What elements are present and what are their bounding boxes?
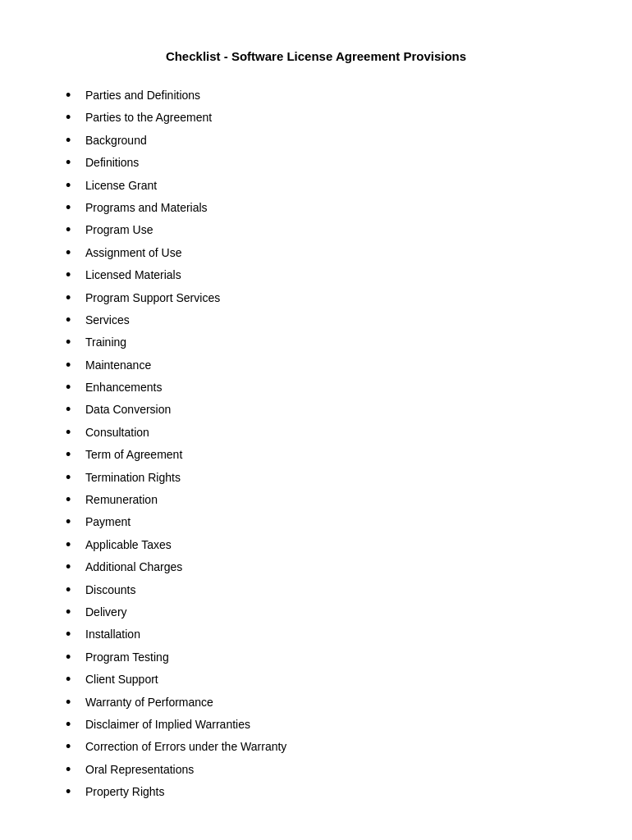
list-item: •Applicable Taxes bbox=[66, 536, 566, 555]
item-text: Applicable Taxes bbox=[85, 536, 566, 554]
bullet-icon: • bbox=[66, 445, 80, 464]
item-text: Additional Charges bbox=[85, 558, 566, 576]
bullet-icon: • bbox=[66, 199, 80, 217]
item-text: Property Rights bbox=[85, 783, 566, 801]
list-item: •Delivery bbox=[66, 603, 566, 622]
item-text: Program Use bbox=[85, 221, 566, 239]
item-text: Correction of Errors under the Warranty bbox=[85, 737, 566, 756]
bullet-icon: • bbox=[66, 108, 80, 127]
list-item: •Property Rights bbox=[66, 783, 566, 801]
item-text: Warranty of Performance bbox=[85, 693, 566, 711]
list-item: •Background bbox=[66, 131, 566, 150]
item-text: Services bbox=[85, 311, 566, 329]
item-text: Background bbox=[85, 131, 566, 149]
bullet-icon: • bbox=[66, 513, 80, 532]
bullet-icon: • bbox=[66, 783, 80, 801]
bullet-icon: • bbox=[66, 131, 80, 150]
item-text: Parties and Definitions bbox=[85, 86, 566, 104]
bullet-icon: • bbox=[66, 648, 80, 667]
bullet-icon: • bbox=[66, 581, 80, 600]
item-text: Training bbox=[85, 333, 566, 351]
bullet-icon: • bbox=[66, 603, 80, 622]
item-text: Payment bbox=[85, 513, 566, 531]
item-text: Discounts bbox=[85, 581, 566, 599]
list-item: •Oral Representations bbox=[66, 760, 566, 779]
bullet-icon: • bbox=[66, 491, 80, 509]
item-text: Enhancements bbox=[85, 378, 566, 396]
item-text: Remuneration bbox=[85, 491, 566, 509]
bullet-icon: • bbox=[66, 693, 80, 712]
list-item: •Program Testing bbox=[66, 648, 566, 667]
bullet-icon: • bbox=[66, 289, 80, 308]
bullet-icon: • bbox=[66, 536, 80, 555]
bullet-icon: • bbox=[66, 715, 80, 734]
bullet-icon: • bbox=[66, 670, 80, 689]
list-item: •Programs and Materials bbox=[66, 199, 566, 217]
bullet-icon: • bbox=[66, 737, 80, 756]
list-item: •Parties and Definitions bbox=[66, 86, 566, 105]
item-text: Parties to the Agreement bbox=[85, 108, 566, 126]
bullet-icon: • bbox=[66, 86, 80, 105]
item-text: Consultation bbox=[85, 423, 566, 441]
list-item: •Payment bbox=[66, 513, 566, 532]
list-item: •Consultation bbox=[66, 423, 566, 442]
bullet-icon: • bbox=[66, 311, 80, 330]
list-item: •Parties to the Agreement bbox=[66, 108, 566, 127]
list-item: •Remuneration bbox=[66, 491, 566, 509]
list-item: •Definitions bbox=[66, 153, 566, 172]
list-item: •Discounts bbox=[66, 581, 566, 600]
bullet-icon: • bbox=[66, 153, 80, 172]
list-item: •Client Support bbox=[66, 670, 566, 689]
list-item: •Disclaimer of Implied Warranties bbox=[66, 715, 566, 734]
bullet-icon: • bbox=[66, 423, 80, 442]
page-container: Checklist - Software License Agreement P… bbox=[0, 0, 632, 840]
list-item: •Installation bbox=[66, 625, 566, 644]
item-text: Program Testing bbox=[85, 648, 566, 666]
list-item: •Warranty of Performance bbox=[66, 693, 566, 712]
checklist: •Parties and Definitions•Parties to the … bbox=[66, 86, 566, 802]
list-item: •Assignment of Use bbox=[66, 244, 566, 262]
list-item: •Program Support Services bbox=[66, 289, 566, 308]
list-item: •License Grant bbox=[66, 176, 566, 195]
bullet-icon: • bbox=[66, 333, 80, 352]
item-text: Client Support bbox=[85, 670, 566, 688]
bullet-icon: • bbox=[66, 558, 80, 577]
list-item: •Termination Rights bbox=[66, 468, 566, 487]
item-text: Term of Agreement bbox=[85, 445, 566, 463]
list-item: •Services bbox=[66, 311, 566, 330]
bullet-icon: • bbox=[66, 266, 80, 285]
item-text: Termination Rights bbox=[85, 468, 566, 486]
list-item: •Correction of Errors under the Warranty bbox=[66, 737, 566, 756]
item-text: Licensed Materials bbox=[85, 266, 566, 284]
list-item: •Additional Charges bbox=[66, 558, 566, 577]
list-item: •Term of Agreement bbox=[66, 445, 566, 464]
list-item: •Program Use bbox=[66, 221, 566, 240]
item-text: Program Support Services bbox=[85, 289, 566, 307]
list-item: •Licensed Materials bbox=[66, 266, 566, 285]
item-text: Installation bbox=[85, 625, 566, 643]
page-title: Checklist - Software License Agreement P… bbox=[66, 49, 566, 63]
bullet-icon: • bbox=[66, 400, 80, 419]
item-text: Delivery bbox=[85, 603, 566, 621]
list-item: •Maintenance bbox=[66, 356, 566, 375]
item-text: Assignment of Use bbox=[85, 244, 566, 262]
bullet-icon: • bbox=[66, 625, 80, 644]
list-item: •Training bbox=[66, 333, 566, 352]
list-item: •Enhancements bbox=[66, 378, 566, 397]
list-item: •Data Conversion bbox=[66, 400, 566, 419]
item-text: License Grant bbox=[85, 176, 566, 194]
item-text: Definitions bbox=[85, 153, 566, 171]
bullet-icon: • bbox=[66, 378, 80, 397]
bullet-icon: • bbox=[66, 176, 80, 195]
bullet-icon: • bbox=[66, 760, 80, 779]
item-text: Disclaimer of Implied Warranties bbox=[85, 715, 566, 733]
bullet-icon: • bbox=[66, 356, 80, 375]
item-text: Programs and Materials bbox=[85, 199, 566, 217]
item-text: Data Conversion bbox=[85, 400, 566, 418]
bullet-icon: • bbox=[66, 468, 80, 487]
bullet-icon: • bbox=[66, 221, 80, 240]
item-text: Maintenance bbox=[85, 356, 566, 374]
item-text: Oral Representations bbox=[85, 760, 566, 778]
bullet-icon: • bbox=[66, 244, 80, 262]
